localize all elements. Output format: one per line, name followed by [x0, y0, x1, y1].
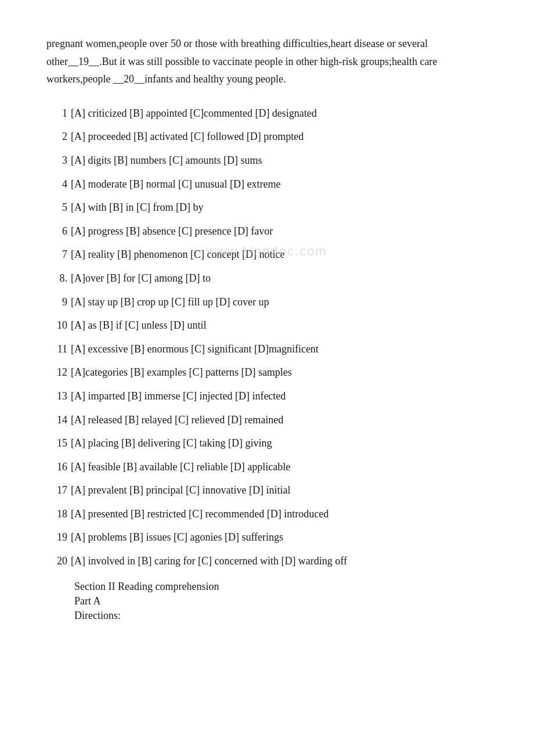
question-content: [A] stay up [B] crop up [C] fill up [D] …: [71, 293, 493, 311]
question-content: [A] progress [B] absence [C] presence [D…: [71, 222, 493, 240]
question-content: [A] excessive [B] enormous [C] significa…: [71, 340, 493, 358]
question-item: 4[A] moderate [B] normal [C] unusual [D]…: [46, 175, 493, 193]
question-item: 5[A] with [B] in [C] from [D] by: [46, 199, 493, 217]
directions-title: Directions:: [74, 610, 493, 622]
question-content: [A] involved in [B] caring for [C] conce…: [71, 552, 493, 570]
question-number: 8.: [46, 269, 67, 287]
question-number: 6: [46, 222, 67, 240]
question-content: [A] criticized [B] appointed [C]commente…: [71, 105, 493, 123]
section-block: Section II Reading comprehension Part A …: [74, 581, 493, 622]
question-item: 13[A] imparted [B] immerse [C] injected …: [46, 387, 493, 405]
question-number: 3: [46, 152, 67, 170]
question-item: 17[A] prevalent [B] principal [C] innova…: [46, 481, 493, 499]
question-item: 18[A] presented [B] restricted [C] recom…: [46, 505, 493, 523]
question-number: 4: [46, 175, 67, 193]
question-number: 20: [46, 552, 67, 570]
question-item: 7[A] reality [B] phenomenon [C] concept …: [46, 246, 493, 264]
question-item: 19[A] problems [B] issues [C] agonies [D…: [46, 528, 493, 546]
question-content: [A]categories [B] examples [C] patterns …: [71, 363, 493, 381]
question-number: 14: [46, 411, 67, 429]
question-number: 19: [46, 528, 67, 546]
question-item: 20[A] involved in [B] caring for [C] con…: [46, 552, 493, 570]
question-number: 11: [46, 340, 67, 358]
question-item: 12[A]categories [B] examples [C] pattern…: [46, 363, 493, 381]
question-item: 14[A] released [B] relayed [C] relieved …: [46, 411, 493, 429]
question-content: [A] prevalent [B] principal [C] innovati…: [71, 481, 493, 499]
question-content: [A] imparted [B] immerse [C] injected [D…: [71, 387, 493, 405]
question-content: [A]over [B] for [C] among [D] to: [71, 269, 493, 287]
question-number: 7: [46, 246, 67, 264]
section-title: Section II Reading comprehension: [74, 581, 493, 593]
question-item: 10[A] as [B] if [C] unless [D] until: [46, 316, 493, 334]
question-content: [A] problems [B] issues [C] agonies [D] …: [71, 528, 493, 546]
question-content: [A] placing [B] delivering [C] taking [D…: [71, 434, 493, 452]
question-content: [A] as [B] if [C] unless [D] until: [71, 316, 493, 334]
question-content: [A] released [B] relayed [C] relieved [D…: [71, 411, 493, 429]
question-item: 1[A] criticized [B] appointed [C]comment…: [46, 105, 493, 123]
question-content: [A] feasible [B] available [C] reliable …: [71, 458, 493, 476]
question-number: 17: [46, 481, 67, 499]
question-number: 1: [46, 105, 67, 123]
question-content: [A] digits [B] numbers [C] amounts [D] s…: [71, 152, 493, 170]
question-item: 3[A] digits [B] numbers [C] amounts [D] …: [46, 152, 493, 170]
part-title: Part A: [74, 595, 493, 607]
question-number: 5: [46, 199, 67, 217]
question-number: 10: [46, 316, 67, 334]
question-number: 18: [46, 505, 67, 523]
question-number: 15: [46, 434, 67, 452]
question-number: 2: [46, 128, 67, 146]
question-content: [A] moderate [B] normal [C] unusual [D] …: [71, 175, 493, 193]
question-number: 12: [46, 363, 67, 381]
question-item: 16[A] feasible [B] available [C] reliabl…: [46, 458, 493, 476]
intro-paragraph: pregnant women,people over 50 or those w…: [46, 35, 493, 88]
question-content: [A] reality [B] phenomenon [C] concept […: [71, 246, 493, 264]
question-content: [A] proceeded [B] activated [C] followed…: [71, 128, 493, 146]
question-number: 9: [46, 293, 67, 311]
question-item: 15[A] placing [B] delivering [C] taking …: [46, 434, 493, 452]
question-content: [A] with [B] in [C] from [D] by: [71, 199, 493, 217]
question-item: 8.[A]over [B] for [C] among [D] to: [46, 269, 493, 287]
question-number: 13: [46, 387, 67, 405]
question-item: 2[A] proceeded [B] activated [C] followe…: [46, 128, 493, 146]
question-item: 6[A] progress [B] absence [C] presence […: [46, 222, 493, 240]
question-number: 16: [46, 458, 67, 476]
question-item: 11[A] excessive [B] enormous [C] signifi…: [46, 340, 493, 358]
question-list: 1[A] criticized [B] appointed [C]comment…: [46, 105, 493, 570]
question-item: 9[A] stay up [B] crop up [C] fill up [D]…: [46, 293, 493, 311]
question-content: [A] presented [B] restricted [C] recomme…: [71, 505, 493, 523]
